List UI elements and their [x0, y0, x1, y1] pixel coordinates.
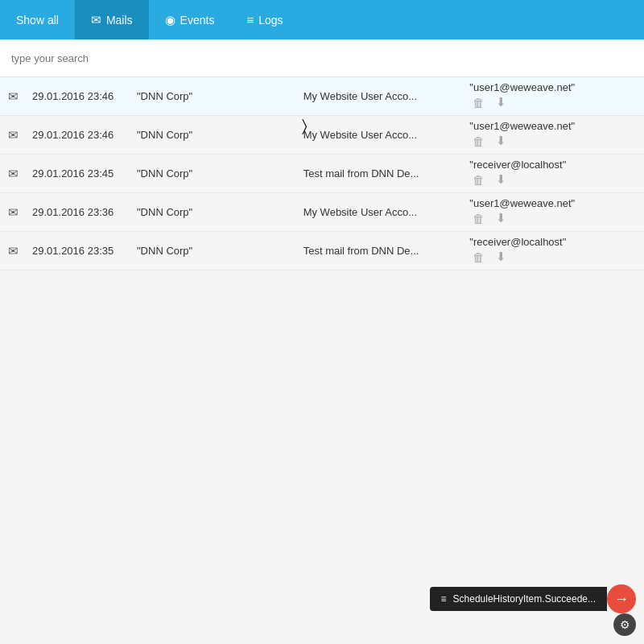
notification-bar: ≡ ScheduleHistoryItem.Succeede... → [430, 584, 636, 613]
delete-button[interactable]: 🗑 [469, 210, 488, 227]
mail-date: 29.01.2016 23:35 [32, 245, 137, 257]
delete-button[interactable]: 🗑 [469, 249, 488, 266]
tab-events[interactable]: ◉ Events [149, 0, 231, 39]
mail-envelope-icon: ✉ [8, 167, 32, 181]
mail-actions: 🗑 ⬇ [469, 248, 510, 266]
show-all-label: Show all [16, 14, 59, 27]
mail-actions: 🗑 ⬇ [469, 93, 510, 111]
mail-from: "DNN Corp" [137, 90, 303, 102]
mail-from: "DNN Corp" [137, 206, 303, 218]
mail-actions: 🗑 ⬇ [469, 132, 510, 150]
mail-row[interactable]: ✉ 29.01.2016 23:46 "DNN Corp" My Website… [0, 116, 644, 155]
mail-to: "receiver@localhost" 🗑 ⬇ [469, 159, 636, 188]
download-button[interactable]: ⬇ [493, 171, 510, 188]
logs-icon: ≡ [246, 13, 254, 27]
mail-row[interactable]: ✉ 29.01.2016 23:36 "DNN Corp" My Website… [0, 193, 644, 232]
mail-date: 29.01.2016 23:45 [32, 167, 137, 180]
mail-actions: 🗑 ⬇ [469, 209, 510, 227]
mail-row[interactable]: ✉ 29.01.2016 23:46 "DNN Corp" My Website… [0, 77, 644, 116]
tab-mails[interactable]: ✉ Mails [75, 0, 149, 39]
mail-row[interactable]: ✉ 29.01.2016 23:45 "DNN Corp" Test mail … [0, 155, 644, 193]
top-nav: Show all ✉ Mails ◉ Events ≡ Logs [0, 0, 644, 39]
logs-label: Logs [258, 14, 283, 27]
events-label: Events [180, 14, 215, 27]
mail-date: 29.01.2016 23:46 [32, 90, 137, 102]
mail-from: "DNN Corp" [137, 167, 303, 180]
mail-list: ✉ 29.01.2016 23:46 "DNN Corp" My Website… [0, 77, 644, 270]
notification-pill: ≡ ScheduleHistoryItem.Succeede... [430, 587, 607, 611]
mail-to: "receiver@localhost" 🗑 ⬇ [469, 236, 636, 266]
mail-subject: My Website User Acco... [303, 90, 470, 102]
tab-logs[interactable]: ≡ Logs [230, 0, 299, 39]
mail-actions: 🗑 ⬇ [469, 171, 510, 188]
download-button[interactable]: ⬇ [493, 93, 510, 111]
mail-to: "user1@weweave.net" 🗑 ⬇ [469, 120, 636, 150]
mail-from: "DNN Corp" [137, 245, 303, 257]
mail-subject: My Website User Acco... [303, 129, 470, 141]
mail-row[interactable]: ✉ 29.01.2016 23:35 "DNN Corp" Test mail … [0, 232, 644, 270]
mail-to: "user1@weweave.net" 🗑 ⬇ [469, 81, 636, 111]
search-bar [0, 39, 644, 77]
tab-show-all[interactable]: Show all [0, 0, 75, 39]
download-button[interactable]: ⬇ [493, 248, 510, 266]
delete-button[interactable]: 🗑 [469, 133, 488, 150]
mail-envelope-icon: ✉ [8, 89, 32, 104]
mail-date: 29.01.2016 23:46 [32, 129, 137, 141]
mail-envelope-icon: ✉ [8, 205, 32, 220]
mail-date: 29.01.2016 23:36 [32, 206, 137, 218]
mail-subject: Test mail from DNN De... [303, 245, 470, 257]
mail-envelope-icon: ✉ [8, 128, 32, 142]
delete-button[interactable]: 🗑 [469, 94, 488, 111]
events-icon: ◉ [165, 13, 175, 27]
notification-arrow-button[interactable]: → [607, 584, 636, 613]
mail-subject: Test mail from DNN De... [303, 167, 470, 180]
download-button[interactable]: ⬇ [493, 132, 510, 150]
mail-to: "user1@weweave.net" 🗑 ⬇ [469, 197, 636, 227]
mail-icon: ✉ [91, 13, 101, 27]
gear-button[interactable]: ⚙ [613, 613, 636, 636]
notification-list-icon: ≡ [441, 593, 447, 605]
mail-subject: My Website User Acco... [303, 206, 470, 218]
download-button[interactable]: ⬇ [493, 209, 510, 227]
mails-label: Mails [106, 14, 133, 27]
mail-envelope-icon: ✉ [8, 244, 32, 258]
search-input[interactable] [11, 52, 633, 64]
mail-from: "DNN Corp" [137, 129, 303, 141]
notification-text: ScheduleHistoryItem.Succeede... [453, 593, 596, 605]
delete-button[interactable]: 🗑 [469, 171, 488, 188]
